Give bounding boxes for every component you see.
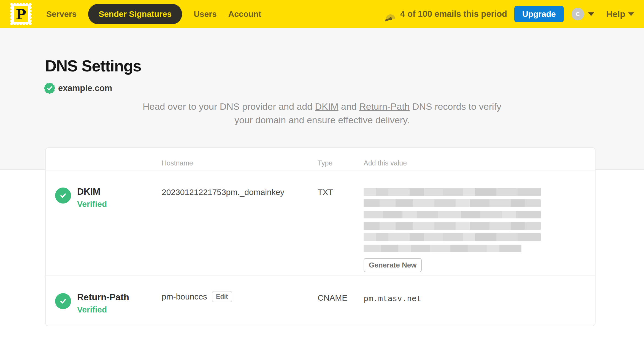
dkim-labels: DKIM Verified	[77, 186, 107, 276]
table-row-return-path: Return-Path Verified pm-bounces Edit CNA…	[46, 276, 595, 326]
dkim-link[interactable]: DKIM	[315, 101, 339, 112]
return-path-value-cell: pm.mtasv.net	[364, 276, 595, 326]
column-header-type: Type	[318, 159, 332, 167]
page-description: Head over to your DNS provider and add D…	[140, 100, 504, 127]
check-circle-icon	[55, 293, 71, 309]
redacted-line	[364, 188, 541, 196]
page-header-section: DNS Settings example.com Head over to yo…	[0, 28, 644, 170]
return-path-value: pm.mtasv.net	[364, 294, 421, 303]
chevron-down-icon	[628, 12, 634, 16]
table-header: Hostname Type Add this value	[46, 148, 595, 170]
svg-text:P: P	[16, 6, 26, 23]
return-path-link[interactable]: Return-Path	[359, 101, 410, 112]
dkim-record-type: TXT	[318, 188, 333, 197]
domain-row: example.com	[44, 83, 112, 94]
usage-meter: 4 of 100 emails this period	[385, 6, 507, 22]
redacted-dns-value	[364, 188, 541, 252]
dkim-type-cell: TXT	[318, 170, 364, 276]
dkim-value-cell: Generate New	[364, 170, 595, 276]
domain-name: example.com	[58, 83, 112, 93]
nav-item-users[interactable]: Users	[194, 9, 217, 19]
dkim-hostname-cell: 20230121221753pm._domainkey	[162, 170, 318, 276]
status-badge: Verified	[77, 305, 129, 314]
gauge-icon	[385, 6, 396, 22]
return-path-labels: Return-Path Verified	[77, 292, 129, 326]
redacted-line	[364, 233, 541, 241]
help-label: Help	[606, 9, 625, 19]
account-menu[interactable]: C	[572, 8, 594, 20]
return-path-hostname-cell: pm-bounces Edit	[162, 276, 318, 326]
redacted-line	[364, 211, 541, 218]
table-row-dkim: DKIM Verified 20230121221753pm._domainke…	[46, 170, 595, 276]
nav-item-account[interactable]: Account	[228, 9, 261, 19]
primary-nav: Servers Sender Signatures Users Account	[46, 4, 261, 24]
column-header-value: Add this value	[364, 159, 407, 167]
usage-text: 4 of 100 emails this period	[400, 9, 507, 19]
nav-item-sender-signatures[interactable]: Sender Signatures	[88, 4, 182, 24]
status-badge: Verified	[77, 199, 107, 209]
generate-new-button[interactable]: Generate New	[364, 258, 422, 272]
check-circle-icon	[55, 188, 71, 204]
postmark-stamp-icon: P	[10, 3, 32, 25]
dkim-hostname: 20230121221753pm._domainkey	[162, 188, 284, 197]
dkim-status-cell: DKIM Verified	[46, 170, 162, 276]
upgrade-button[interactable]: Upgrade	[514, 6, 564, 22]
nav-item-servers[interactable]: Servers	[46, 9, 77, 19]
page-title: DNS Settings	[45, 57, 141, 75]
edit-button[interactable]: Edit	[212, 291, 232, 302]
chevron-down-icon	[588, 12, 594, 16]
return-path-type-cell: CNAME	[318, 276, 364, 326]
redacted-line	[364, 245, 521, 252]
column-header-hostname: Hostname	[162, 159, 193, 167]
description-text: and	[339, 101, 359, 112]
return-path-status-cell: Return-Path Verified	[46, 276, 162, 326]
navbar-right: 4 of 100 emails this period Upgrade C He…	[385, 6, 634, 22]
postmark-logo[interactable]: P	[10, 3, 32, 25]
dns-records-card: Hostname Type Add this value DKIM Verifi…	[45, 147, 596, 326]
description-text: Head over to your DNS provider and add	[143, 101, 315, 112]
return-path-hostname: pm-bounces	[162, 292, 207, 301]
avatar: C	[572, 8, 584, 20]
record-name: Return-Path	[77, 292, 129, 303]
return-path-record-type: CNAME	[318, 293, 347, 302]
redacted-line	[364, 222, 541, 230]
verified-seal-icon	[44, 83, 55, 94]
help-menu[interactable]: Help	[606, 9, 634, 19]
record-name: DKIM	[77, 186, 107, 197]
top-navbar: P Servers Sender Signatures Users Accoun…	[0, 0, 644, 28]
redacted-line	[364, 199, 541, 207]
